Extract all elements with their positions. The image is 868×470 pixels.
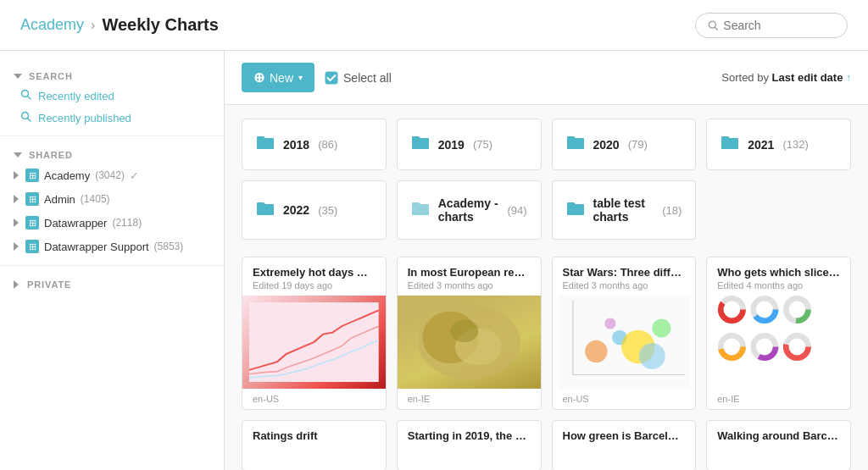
folder-2021-name: 2021 xyxy=(748,138,774,152)
verified-icon: ✓ xyxy=(130,169,139,182)
expand-icon-2 xyxy=(14,195,19,203)
chart-0-locale: en-US xyxy=(242,389,386,409)
academy-count: (3042) xyxy=(95,169,125,181)
search-icon xyxy=(708,19,718,31)
expand-icon xyxy=(14,171,19,180)
sort-field: Last edit date xyxy=(772,71,843,84)
grid-icon-dw xyxy=(25,216,39,229)
main-content: ⊕ New ▾ Select all Sorted by Last edit d… xyxy=(225,51,868,470)
sidebar-item-recently-published[interactable]: Recently published xyxy=(0,107,224,129)
header: Academy › Weekly Charts xyxy=(0,0,868,51)
chart-card-2[interactable]: Star Wars: Three differe... Edited 3 mon… xyxy=(552,257,697,410)
thumb-map-1 xyxy=(398,296,541,389)
chart-card-7-info: Walking around Barcelo... xyxy=(707,421,850,447)
folder-2022[interactable]: 2022 (35) xyxy=(242,180,387,240)
svg-point-19 xyxy=(604,318,615,329)
folder-2020[interactable]: 2020 (79) xyxy=(552,119,697,170)
expand-icon-4 xyxy=(14,242,19,251)
chart-card-0[interactable]: Extremely hot days will ... Edited 19 da… xyxy=(242,257,387,410)
search-box[interactable] xyxy=(695,13,848,38)
chart-card-1[interactable]: In most European regio... Edited 3 month… xyxy=(397,257,542,410)
sort-arrow-icon: ↑ xyxy=(846,72,851,84)
chart-card-6-info: How green is Barcelona? xyxy=(553,421,696,447)
charts-grid: Extremely hot days will ... Edited 19 da… xyxy=(242,257,851,470)
svg-line-1 xyxy=(715,27,717,30)
search-small-icon-2 xyxy=(20,111,31,124)
dws-label: Datawrapper Support xyxy=(44,241,149,253)
donut-chart-svg xyxy=(707,296,850,389)
folder-2019[interactable]: 2019 (75) xyxy=(397,119,542,170)
sidebar-item-recently-edited[interactable]: Recently edited xyxy=(0,85,224,107)
svg-line-5 xyxy=(28,119,31,122)
select-all-button[interactable]: Select all xyxy=(325,71,392,85)
search-input[interactable] xyxy=(723,19,835,32)
folder-academy-charts-count: (94) xyxy=(507,204,526,217)
chart-card-6[interactable]: How green is Barcelona? xyxy=(552,420,697,470)
new-button[interactable]: ⊕ New ▾ xyxy=(242,63,314,92)
chart-card-0-info: Extremely hot days will ... Edited 19 da… xyxy=(242,257,386,296)
folder-icon-2018 xyxy=(256,135,275,154)
search-small-icon xyxy=(20,89,31,102)
folder-table-test[interactable]: table test charts (18) xyxy=(552,180,697,240)
folder-academy-charts[interactable]: Academy - charts (94) xyxy=(397,180,542,240)
folder-table-test-count: (18) xyxy=(662,204,682,217)
grid-icon-admin xyxy=(25,192,39,206)
folder-icon-2021 xyxy=(721,135,739,154)
folder-icon-2019 xyxy=(411,135,430,154)
chart-card-5[interactable]: Starting in 2019, the nu... xyxy=(397,420,542,470)
chart-5-title: Starting in 2019, the nu... xyxy=(408,429,531,442)
folder-2021-count: (132) xyxy=(782,138,808,151)
chart-2-thumb xyxy=(553,296,696,389)
grid-section: 2018 (86) 2019 (75) 2020 (79) xyxy=(225,105,868,470)
admin-count: (1405) xyxy=(81,193,110,205)
academy-label: Academy xyxy=(44,169,90,182)
chart-0-thumb xyxy=(242,296,386,389)
folder-icon-2022 xyxy=(256,201,275,220)
chart-card-1-info: In most European regio... Edited 3 month… xyxy=(398,257,541,296)
toolbar: ⊕ New ▾ Select all Sorted by Last edit d… xyxy=(225,51,868,105)
chart-card-5-info: Starting in 2019, the nu... xyxy=(398,421,541,447)
folder-icon-2020 xyxy=(566,135,585,154)
chart-3-thumb xyxy=(707,296,850,389)
sidebar-item-admin[interactable]: Admin (1405) xyxy=(0,187,224,211)
folder-2019-count: (75) xyxy=(473,138,492,151)
dw-label: Datawrapper xyxy=(44,217,107,229)
academy-link[interactable]: Academy xyxy=(20,16,84,34)
layout: SEARCH Recently edited Recently publishe… xyxy=(0,51,868,470)
sidebar-divider-1 xyxy=(0,135,224,136)
sort-info: Sorted by Last edit date ↑ xyxy=(721,71,851,84)
folder-academy-charts-name: Academy - charts xyxy=(438,196,499,224)
recently-edited-label: Recently edited xyxy=(38,90,114,102)
folder-2020-name: 2020 xyxy=(593,138,620,152)
sidebar-item-academy[interactable]: Academy (3042) ✓ xyxy=(0,163,224,187)
chart-3-title: Who gets which slice of... xyxy=(717,266,840,279)
folders-grid: 2018 (86) 2019 (75) 2020 (79) xyxy=(242,119,851,240)
expand-icon-3 xyxy=(14,218,19,227)
admin-label: Admin xyxy=(44,193,75,206)
chart-card-2-info: Star Wars: Three differe... Edited 3 mon… xyxy=(553,257,696,296)
sidebar-item-datawrapper-support[interactable]: Datawrapper Support (5853) xyxy=(0,235,224,258)
chart-card-4[interactable]: Ratings drift xyxy=(242,420,387,470)
svg-point-15 xyxy=(585,340,607,362)
chart-1-locale: en-IE xyxy=(398,389,541,409)
checkbox-icon xyxy=(325,71,338,85)
sidebar-item-datawrapper[interactable]: Datawrapper (2118) xyxy=(0,211,224,235)
grid-icon-dws xyxy=(25,240,39,253)
chevron-down-icon: ▾ xyxy=(298,73,303,82)
folder-2021[interactable]: 2021 (132) xyxy=(706,119,851,170)
dw-count: (2118) xyxy=(112,217,142,229)
chart-2-title: Star Wars: Three differe... xyxy=(563,266,686,279)
chart-card-7[interactable]: Walking around Barcelo... xyxy=(706,420,851,470)
folder-2018[interactable]: 2018 (86) xyxy=(242,119,387,170)
chart-2-locale: en-US xyxy=(553,389,696,409)
chart-7-title: Walking around Barcelo... xyxy=(717,429,840,442)
select-all-label: Select all xyxy=(343,71,392,85)
dws-count: (5853) xyxy=(154,241,184,252)
bubble-chart-svg xyxy=(553,296,696,389)
folder-2018-name: 2018 xyxy=(283,138,309,152)
folder-2018-count: (86) xyxy=(318,138,337,151)
chart-card-3[interactable]: Who gets which slice of... Edited 4 mont… xyxy=(706,257,851,410)
chart-1-thumb xyxy=(398,296,541,389)
folder-table-test-name: table test charts xyxy=(593,196,654,224)
chart-card-3-info: Who gets which slice of... Edited 4 mont… xyxy=(707,257,850,296)
